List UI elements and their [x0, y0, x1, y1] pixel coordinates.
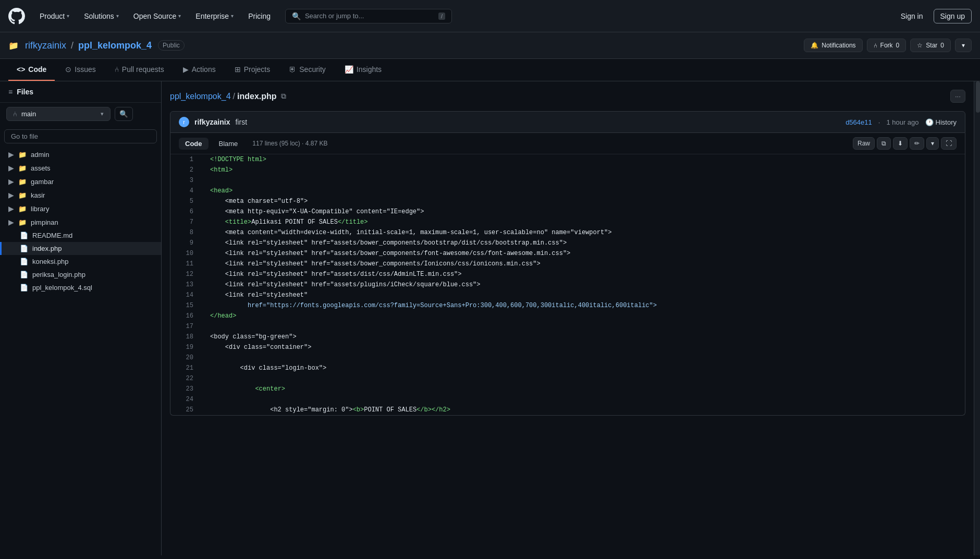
line-number[interactable]: 19	[170, 342, 202, 353]
branch-selector[interactable]: ⑃ main ▾	[6, 107, 111, 121]
line-number[interactable]: 5	[170, 196, 202, 206]
star-button[interactable]: ☆ Star 0	[910, 39, 951, 52]
line-number[interactable]: 20	[170, 353, 202, 363]
line-number[interactable]: 1	[170, 154, 202, 165]
star-dropdown-button[interactable]: ▾	[955, 39, 972, 52]
repo-owner-link[interactable]: rifkyzainix	[25, 40, 66, 51]
line-number[interactable]: 9	[170, 238, 202, 248]
line-number[interactable]: 14	[170, 290, 202, 300]
tab-code[interactable]: <> Code	[8, 59, 55, 81]
line-number[interactable]: 2	[170, 165, 202, 175]
line-number[interactable]: 11	[170, 259, 202, 269]
folder-glyph: 📁	[18, 205, 27, 213]
file-search-button[interactable]: 🔍	[115, 107, 133, 121]
repo-name-link[interactable]: ppl_kelompok_4	[78, 40, 152, 51]
table-row: 6 <meta http-equiv="X-UA-Compatible" con…	[170, 206, 965, 217]
folder-library[interactable]: ▶ 📁 library	[0, 202, 161, 215]
line-number[interactable]: 13	[170, 280, 202, 290]
code-tab-code[interactable]: Code	[179, 138, 209, 150]
nav-product[interactable]: Product ▾	[33, 9, 76, 23]
main-content: ppl_kelompok_4 / index.php ⧉ ··· r rifky…	[162, 81, 974, 555]
code-action-buttons: Raw ⧉ ⬇ ✏ ▾ ⛶	[853, 137, 957, 150]
tab-security[interactable]: ⛨ Security	[280, 59, 334, 81]
line-number[interactable]: 18	[170, 332, 202, 342]
commit-meta: d564e11 · 1 hour ago 🕐 History	[846, 118, 957, 126]
tab-actions[interactable]: ▶ Actions	[175, 59, 224, 81]
nav-pricing[interactable]: Pricing	[242, 9, 277, 23]
download-button[interactable]: ⬇	[893, 137, 908, 150]
edit-button[interactable]: ✏	[910, 137, 924, 150]
search-box[interactable]: 🔍 Search or jump to... /	[285, 9, 452, 23]
folder-pimpinan[interactable]: ▶ 📁 pimpinan	[0, 215, 161, 229]
nav-opensource[interactable]: Open Source ▾	[127, 9, 188, 23]
line-number[interactable]: 25	[170, 405, 202, 415]
table-row: 25 <h2 style="margin: 0"><b>POINT OF SAL…	[170, 405, 965, 415]
notifications-button[interactable]: 🔔 Notifications	[804, 39, 862, 52]
file-periksa[interactable]: 📄 periksa_login.php	[0, 268, 161, 281]
table-row: 20	[170, 353, 965, 363]
folder-kasir[interactable]: ▶ 📁 kasir	[0, 188, 161, 202]
line-number[interactable]: 8	[170, 227, 202, 238]
right-scrollbar[interactable]	[974, 81, 980, 555]
history-icon: 🕐	[925, 118, 934, 126]
top-navigation: Product ▾ Solutions ▾ Open Source ▾ Ente…	[0, 0, 980, 32]
line-number[interactable]: 4	[170, 186, 202, 196]
code-icon: <>	[17, 65, 25, 74]
chevron-down-icon: ▾	[231, 13, 234, 19]
fork-button[interactable]: ⑃ Fork 0	[867, 39, 906, 52]
goto-file-input[interactable]	[4, 129, 157, 143]
tab-pullrequests[interactable]: ⑃ Pull requests	[106, 59, 173, 81]
copy-raw-button[interactable]: ⧉	[877, 137, 891, 150]
folder-assets[interactable]: ▶ 📁 assets	[0, 161, 161, 175]
tab-projects[interactable]: ⊞ Projects	[226, 59, 279, 81]
nav-enterprise[interactable]: Enterprise ▾	[189, 9, 240, 23]
copy-path-button[interactable]: ⧉	[281, 92, 286, 101]
line-number[interactable]: 3	[170, 175, 202, 186]
folder-name: pimpinan	[31, 218, 58, 226]
line-number[interactable]: 17	[170, 321, 202, 332]
fork-icon: ⑃	[874, 42, 877, 49]
file-path-repo-link[interactable]: ppl_kelompok_4	[170, 92, 231, 101]
line-number[interactable]: 16	[170, 311, 202, 321]
code-meta-info: 117 lines (95 loc) · 4.87 KB	[252, 140, 327, 147]
line-number[interactable]: 12	[170, 269, 202, 280]
line-number[interactable]: 22	[170, 373, 202, 384]
table-row: 4<head>	[170, 186, 965, 196]
avatar: r	[179, 117, 189, 127]
line-number[interactable]: 21	[170, 363, 202, 373]
more-options-button[interactable]: ···	[950, 90, 965, 103]
table-row: 18<body class="bg-green">	[170, 332, 965, 342]
more-file-options[interactable]: ▾	[926, 137, 939, 150]
code-tab-blame[interactable]: Blame	[213, 138, 244, 150]
line-number[interactable]: 10	[170, 248, 202, 259]
github-logo-icon[interactable]	[8, 8, 25, 25]
line-number[interactable]: 15	[170, 300, 202, 311]
line-number[interactable]: 6	[170, 206, 202, 217]
fullscreen-button[interactable]: ⛶	[941, 137, 957, 150]
folder-name: kasir	[31, 191, 45, 199]
nav-solutions[interactable]: Solutions ▾	[78, 9, 125, 23]
folder-gambar[interactable]: ▶ 📁 gambar	[0, 175, 161, 188]
sidebar-files-icon: ≡	[8, 88, 13, 96]
line-number[interactable]: 23	[170, 384, 202, 394]
code-toolbar: Code Blame 117 lines (95 loc) · 4.87 KB …	[170, 133, 965, 154]
file-koneksiphp[interactable]: 📄 koneksi.php	[0, 255, 161, 268]
folder-glyph: 📁	[18, 164, 27, 172]
tab-issues[interactable]: ⊙ Issues	[57, 59, 104, 81]
line-content: <link rel="stylesheet" href="assets/bowe…	[202, 259, 965, 269]
signin-button[interactable]: Sign in	[895, 9, 929, 23]
commit-author[interactable]: rifkyzainix	[194, 118, 230, 126]
file-glyph: 📄	[20, 258, 28, 265]
file-sql[interactable]: 📄 ppl_kelompok_4.sql	[0, 281, 161, 294]
file-readme[interactable]: 📄 README.md	[0, 229, 161, 242]
signup-button[interactable]: Sign up	[934, 9, 972, 23]
line-number[interactable]: 7	[170, 217, 202, 227]
branch-icon: ⑃	[13, 110, 17, 118]
line-number[interactable]: 24	[170, 394, 202, 405]
file-indexphp[interactable]: 📄 index.php	[0, 242, 161, 255]
tab-insights[interactable]: 📈 Insights	[336, 59, 390, 81]
folder-admin[interactable]: ▶ 📁 admin	[0, 148, 161, 161]
raw-button[interactable]: Raw	[853, 137, 875, 150]
history-button[interactable]: 🕐 History	[925, 118, 957, 126]
commit-hash[interactable]: d564e11	[846, 118, 872, 126]
